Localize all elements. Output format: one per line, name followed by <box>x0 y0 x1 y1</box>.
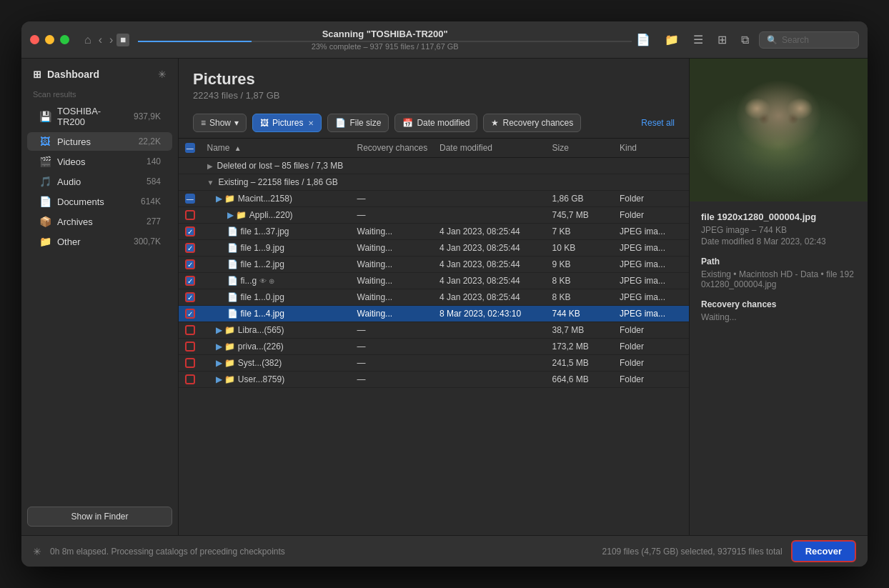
grid-view-button[interactable]: ⊞ <box>713 31 731 49</box>
file12-recovery: Waiting... <box>352 256 434 273</box>
maximize-button[interactable] <box>60 35 69 44</box>
recovery-chances-filter-button[interactable]: ★ Recovery chances <box>483 114 581 132</box>
pictures-filter-close[interactable]: ✕ <box>308 119 314 127</box>
sidebar-item-videos[interactable]: 🎬 Videos 140 <box>27 152 172 171</box>
table-row[interactable]: ✓ 📄 file 1...0.jpg Waiting... 4 Jan 2023… <box>179 289 689 306</box>
filter-bar: ≡ Show ▾ 🖼 Pictures ✕ 📄 File size 📅 Date… <box>179 108 689 139</box>
table-row[interactable]: — ▶ 📁 Macint...2158) — 1,86 GB Folder <box>179 191 689 207</box>
file12-name: file 1...2.jpg <box>241 259 284 269</box>
show-filter-button[interactable]: ≡ Show ▾ <box>193 114 247 132</box>
split-view-button[interactable]: ⧉ <box>737 31 753 49</box>
table-row[interactable]: ✓ 📄 file 1...2.jpg Waiting... 4 Jan 2023… <box>179 256 689 273</box>
user-checkbox[interactable] <box>185 374 195 384</box>
header-checkbox[interactable]: — <box>185 143 195 153</box>
col-header-kind[interactable]: Kind <box>614 139 689 158</box>
new-file-button[interactable]: 📄 <box>632 31 655 49</box>
back-button[interactable]: ‹ <box>95 32 106 48</box>
pictures-count: 22,2K <box>139 136 161 146</box>
sidebar-item-toshiba[interactable]: 💾 TOSHIBA-TR200 937,9K <box>27 102 172 131</box>
file14-kind: JPEG ima... <box>614 306 689 322</box>
close-button[interactable] <box>30 35 39 44</box>
sidebar-item-documents[interactable]: 📄 Documents 614K <box>27 192 172 211</box>
table-row[interactable]: ▶ 📁 priva...(226) — 173,2 MB Folder <box>179 339 689 355</box>
table-row[interactable]: ▶ 📁 Appli...220) — 745,7 MB Folder <box>179 207 689 224</box>
sidebar-item-archives[interactable]: 📦 Archives 277 <box>27 212 172 231</box>
table-row[interactable]: ✓ 📄 fi...g 👁 ⊕ <box>179 273 689 289</box>
sidebar-item-other[interactable]: 📁 Other 300,7K <box>27 232 172 251</box>
cat-thumbnail <box>690 59 868 201</box>
col-header-recovery[interactable]: Recovery chances <box>352 139 434 158</box>
reset-all-button[interactable]: Reset all <box>641 118 675 128</box>
stop-button[interactable]: ■ <box>116 34 129 46</box>
home-button[interactable]: ⌂ <box>81 32 95 48</box>
bottom-bar: ✳ 0h 8m elapsed. Processing catalogs of … <box>21 535 868 567</box>
sidebar: ⊞ Dashboard ✳ Scan results 💾 TOSHIBA-TR2… <box>21 59 179 535</box>
file137-checkbox[interactable]: ✓ <box>185 226 195 236</box>
col-header-size[interactable]: Size <box>547 139 615 158</box>
minimize-button[interactable] <box>45 35 54 44</box>
file19-icon: 📄 <box>227 243 238 253</box>
search-box[interactable]: 🔍 Search <box>759 31 859 49</box>
fileg-checkbox[interactable]: ✓ <box>185 276 195 286</box>
macintosh-folder-icon: ▶ 📁 <box>216 194 235 204</box>
file-size-filter-button[interactable]: 📄 File size <box>327 114 389 132</box>
table-row-selected[interactable]: ✓ 📄 file 1...4.jpg Waiting... 8 Mar 2023… <box>179 306 689 322</box>
forward-button[interactable]: › <box>106 32 116 48</box>
pictures-filter-button[interactable]: 🖼 Pictures ✕ <box>252 114 322 132</box>
audio-label: Audio <box>57 176 141 187</box>
file14-size: 744 KB <box>547 306 615 322</box>
file10-checkbox[interactable]: ✓ <box>185 292 195 302</box>
table-row[interactable]: ▶ 📁 Syst...(382) — 241,5 MB Folder <box>179 355 689 372</box>
file12-checkbox[interactable]: ✓ <box>185 259 195 269</box>
table-row[interactable]: ✓ 📄 file 1...9.jpg Waiting... 4 Jan 2023… <box>179 240 689 256</box>
file19-date: 4 Jan 2023, 08:25:44 <box>434 240 547 256</box>
col-header-name[interactable]: Name ▲ <box>202 139 352 158</box>
sidebar-item-audio[interactable]: 🎵 Audio 584 <box>27 172 172 191</box>
priva-checkbox[interactable] <box>185 342 195 352</box>
appli-recovery: — <box>352 207 434 224</box>
recover-button[interactable]: Recover <box>791 540 856 562</box>
col-header-checkbox[interactable]: — <box>179 139 202 158</box>
show-in-finder-button[interactable]: Show in Finder <box>27 507 172 527</box>
macintosh-date <box>434 191 547 207</box>
file137-name: file 1...37.jpg <box>241 226 289 236</box>
priva-kind: Folder <box>614 339 689 355</box>
table-row[interactable]: ▶ 📁 Libra...(565) — 38,7 MB Folder <box>179 322 689 339</box>
sidebar-footer: Show in Finder <box>21 498 178 535</box>
list-view-button[interactable]: ☰ <box>689 31 707 49</box>
preview-date: Date modified 8 Mar 2023, 02:43 <box>701 236 856 246</box>
syst-checkbox[interactable] <box>185 358 195 368</box>
macintosh-recovery: — <box>352 191 434 207</box>
file19-checkbox[interactable]: ✓ <box>185 243 195 253</box>
date-modified-filter-button[interactable]: 📅 Date modified <box>394 114 477 132</box>
priva-recovery: — <box>352 339 434 355</box>
col-header-date[interactable]: Date modified <box>434 139 547 158</box>
videos-count: 140 <box>146 156 161 166</box>
archives-label: Archives <box>57 216 141 227</box>
preview-details: file 1920x1280_000004.jpg JPEG image – 7… <box>690 201 868 535</box>
group-header-existing[interactable]: ▼ Existing – 22158 files / 1,86 GB <box>179 174 689 191</box>
user-name: User...8759) <box>238 374 284 384</box>
table-row[interactable]: ▶ 📁 User...8759) — 664,6 MB Folder <box>179 372 689 388</box>
title-area: Scanning "TOSHIBA-TR200" 23% complete – … <box>138 29 632 51</box>
file14-checkbox[interactable]: ✓ <box>185 309 195 319</box>
file14-recovery: Waiting... <box>352 306 434 322</box>
appli-checkbox[interactable] <box>185 210 195 220</box>
new-folder-button[interactable]: 📁 <box>660 31 683 49</box>
archives-count: 277 <box>146 216 161 226</box>
file12-date: 4 Jan 2023, 08:25:44 <box>434 256 547 273</box>
documents-icon: 📄 <box>39 196 51 207</box>
preview-path: Existing • Macintosh HD - Data • file 19… <box>701 269 856 289</box>
file-size-icon: 📄 <box>335 118 346 128</box>
macintosh-checkbox[interactable]: — <box>185 194 195 204</box>
group-header-deleted[interactable]: ▶ Deleted or lost – 85 files / 7,3 MB <box>179 158 689 174</box>
table-row[interactable]: ✓ 📄 file 1...37.jpg Waiting... 4 Jan 202… <box>179 224 689 240</box>
syst-date <box>434 355 547 372</box>
libra-checkbox[interactable] <box>185 325 195 335</box>
show-filter-icon: ≡ <box>201 118 206 128</box>
file-table-container[interactable]: — Name ▲ Recovery chances Date modified … <box>179 139 689 535</box>
sidebar-item-pictures[interactable]: 🖼 Pictures 22,2K <box>27 132 172 151</box>
appli-date <box>434 207 547 224</box>
toshiba-label: TOSHIBA-TR200 <box>57 106 128 127</box>
libra-date <box>434 322 547 339</box>
